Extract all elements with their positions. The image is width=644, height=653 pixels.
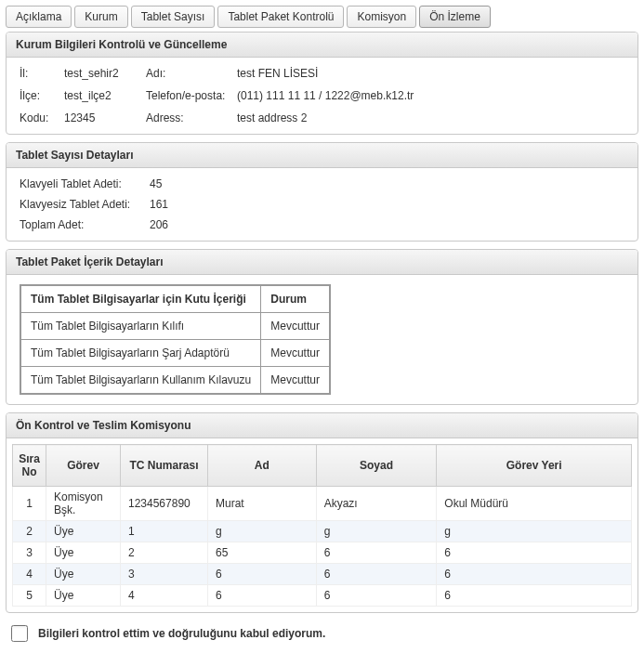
table-row: 4Üye3666 bbox=[13, 564, 632, 585]
cell-tc: 3 bbox=[121, 564, 208, 585]
cell-tc: 1234567890 bbox=[121, 487, 208, 521]
panel-kurum-title: Kurum Bilgileri Kontrolü ve Güncelleme bbox=[7, 33, 637, 58]
cell-no: 2 bbox=[13, 521, 46, 542]
cell-ad: g bbox=[208, 521, 317, 542]
grid-col-soyad: Soyad bbox=[316, 445, 437, 487]
confirm-row: Bilgileri kontrol ettim ve doğruluğunu k… bbox=[7, 622, 633, 645]
paket-name: Tüm Tablet Bilgisayarların Kullanım Kıla… bbox=[20, 367, 261, 395]
adi-label: Adı: bbox=[146, 67, 237, 80]
paket-status: Mevcuttur bbox=[261, 313, 330, 340]
cell-tc: 4 bbox=[121, 585, 208, 607]
cell-no: 1 bbox=[13, 487, 46, 521]
tab-kurum[interactable]: Kurum bbox=[74, 6, 127, 28]
cell-soyad: 6 bbox=[316, 585, 437, 607]
tab-komisyon[interactable]: Komisyon bbox=[347, 6, 416, 28]
tab-on-izleme[interactable]: Ön İzleme bbox=[419, 6, 491, 28]
adi-value: test FEN LİSESİ bbox=[237, 67, 624, 80]
adres-label: Adress: bbox=[146, 111, 237, 124]
klavyeli-label: Klavyeli Tablet Adeti: bbox=[20, 177, 150, 190]
tab-tablet-sayisi[interactable]: Tablet Sayısı bbox=[131, 6, 216, 28]
cell-yer: Okul Müdürü bbox=[437, 487, 632, 521]
cell-gorev: Üye bbox=[46, 521, 121, 542]
grid-col-tc: TC Numarası bbox=[121, 445, 208, 487]
toplam-label: Toplam Adet: bbox=[20, 218, 150, 231]
panel-kurum: Kurum Bilgileri Kontrolü ve Güncelleme İ… bbox=[6, 32, 638, 135]
cell-gorev: Üye bbox=[46, 542, 121, 564]
il-value: test_sehir2 bbox=[64, 67, 146, 80]
tel-value: (011) 111 11 11 / 1222@meb.k12.tr bbox=[237, 89, 624, 102]
il-label: İl: bbox=[20, 67, 64, 80]
confirm-label: Bilgileri kontrol ettim ve doğruluğunu k… bbox=[38, 627, 325, 640]
ilce-label: İlçe: bbox=[20, 89, 64, 102]
paket-name: Tüm Tablet Bilgisayarların Şarj Adaptörü bbox=[20, 340, 261, 367]
cell-yer: 6 bbox=[437, 542, 632, 564]
confirm-checkbox[interactable] bbox=[11, 625, 28, 642]
panel-paket-title: Tablet Paket İçerik Detayları bbox=[7, 250, 637, 275]
grid-col-gorev: Görev bbox=[46, 445, 121, 487]
grid-col-ad: Ad bbox=[208, 445, 317, 487]
panel-paket: Tablet Paket İçerik Detayları Tüm Tablet… bbox=[6, 249, 638, 405]
tel-label: Telefon/e-posta: bbox=[146, 89, 237, 102]
paket-status: Mevcuttur bbox=[261, 367, 330, 395]
cell-tc: 1 bbox=[121, 521, 208, 542]
komisyon-grid: SıraNo Görev TC Numarası Ad Soyad Görev … bbox=[12, 444, 632, 607]
table-row: 2Üye1ggg bbox=[13, 521, 632, 542]
panel-komisyon-title: Ön Kontrol ve Teslim Komisyonu bbox=[7, 413, 637, 438]
cell-no: 4 bbox=[13, 564, 46, 585]
cell-ad: 6 bbox=[208, 585, 317, 607]
panel-komisyon: Ön Kontrol ve Teslim Komisyonu SıraNo Gö… bbox=[6, 412, 638, 613]
tab-tablet-paket[interactable]: Tablet Paket Kontrolü bbox=[217, 6, 344, 28]
cell-ad: 6 bbox=[208, 564, 317, 585]
cell-yer: 6 bbox=[437, 585, 632, 607]
tab-bar: Açıklama Kurum Tablet Sayısı Tablet Pake… bbox=[6, 6, 638, 28]
paket-col-content: Tüm Tablet Bilgisayarlar için Kutu İçeri… bbox=[20, 285, 261, 313]
cell-no: 3 bbox=[13, 542, 46, 564]
paket-name: Tüm Tablet Bilgisayarların Kılıfı bbox=[20, 313, 261, 340]
grid-col-no: SıraNo bbox=[13, 445, 46, 487]
cell-yer: g bbox=[437, 521, 632, 542]
tab-aciklama[interactable]: Açıklama bbox=[6, 6, 72, 28]
panel-tablet-sayisi: Tablet Sayısı Detayları Klavyeli Tablet … bbox=[6, 142, 638, 242]
klavyeli-value: 45 bbox=[150, 177, 162, 190]
table-row: Tüm Tablet Bilgisayarların Kullanım Kıla… bbox=[20, 367, 330, 395]
paket-col-status: Durum bbox=[261, 285, 330, 313]
cell-yer: 6 bbox=[437, 564, 632, 585]
table-row: 5Üye4666 bbox=[13, 585, 632, 607]
grid-col-yer: Görev Yeri bbox=[437, 445, 632, 487]
table-row: 1Komisyon Bşk.1234567890MuratAkyazıOkul … bbox=[13, 487, 632, 521]
cell-soyad: g bbox=[316, 521, 437, 542]
ilce-value: test_ilçe2 bbox=[64, 89, 146, 102]
table-row: Tüm Tablet Bilgisayarların KılıfıMevcutt… bbox=[20, 313, 330, 340]
cell-no: 5 bbox=[13, 585, 46, 607]
panel-tablet-sayisi-title: Tablet Sayısı Detayları bbox=[7, 143, 637, 168]
cell-gorev: Komisyon Bşk. bbox=[46, 487, 121, 521]
table-row: Tüm Tablet Bilgisayarların Şarj Adaptörü… bbox=[20, 340, 330, 367]
cell-soyad: 6 bbox=[316, 564, 437, 585]
klavyesiz-label: Klavyesiz Tablet Adeti: bbox=[20, 198, 150, 211]
cell-ad: 65 bbox=[208, 542, 317, 564]
klavyesiz-value: 161 bbox=[150, 198, 168, 211]
kodu-value: 12345 bbox=[64, 111, 146, 124]
kodu-label: Kodu: bbox=[20, 111, 64, 124]
paket-table: Tüm Tablet Bilgisayarlar için Kutu İçeri… bbox=[20, 284, 331, 395]
cell-gorev: Üye bbox=[46, 564, 121, 585]
cell-soyad: Akyazı bbox=[316, 487, 437, 521]
cell-gorev: Üye bbox=[46, 585, 121, 607]
cell-soyad: 6 bbox=[316, 542, 437, 564]
cell-ad: Murat bbox=[208, 487, 317, 521]
toplam-value: 206 bbox=[150, 218, 168, 231]
cell-tc: 2 bbox=[121, 542, 208, 564]
table-row: 3Üye26566 bbox=[13, 542, 632, 564]
adres-value: test address 2 bbox=[237, 111, 624, 124]
paket-status: Mevcuttur bbox=[261, 340, 330, 367]
